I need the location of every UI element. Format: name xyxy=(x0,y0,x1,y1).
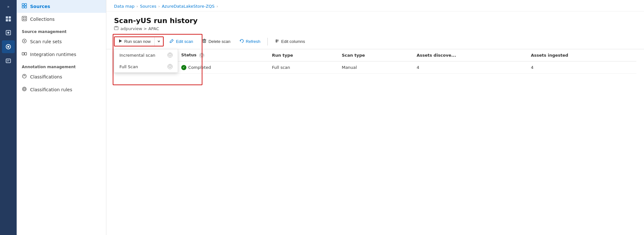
page-title: Scan-yUS run history xyxy=(114,17,636,25)
run-scan-now-label: Run scan now xyxy=(124,39,151,44)
collections-sidebar-icon xyxy=(22,16,27,22)
sidebar-item-collections[interactable]: Collections xyxy=(17,13,106,26)
toolbar-divider xyxy=(267,38,268,45)
annotation-management-section-title: Annotation management xyxy=(17,61,106,70)
svg-rect-31 xyxy=(203,40,206,43)
status-completed-icon: ✓ xyxy=(181,65,186,70)
svg-point-21 xyxy=(24,40,25,42)
sidebar-item-collections-label: Collections xyxy=(30,17,55,22)
scan-rule-sets-icon xyxy=(22,38,27,45)
svg-rect-5 xyxy=(7,32,9,34)
breadcrumb: Data map › Sources › AzureDataLakeStore-… xyxy=(106,0,644,12)
svg-point-25 xyxy=(22,74,26,78)
full-scan-info-icon[interactable]: ⓘ xyxy=(167,64,173,69)
main-content: Data map › Sources › AzureDataLakeStore-… xyxy=(106,0,644,235)
svg-rect-1 xyxy=(9,16,11,19)
sidebar-item-classifications[interactable]: Classifications xyxy=(17,70,106,83)
edit-scan-button[interactable]: Edit scan xyxy=(166,37,196,46)
row-assets-discovered-cell: 4 xyxy=(413,61,527,74)
col-assets-discovered: Assets discove... xyxy=(413,49,527,61)
edit-columns-icon xyxy=(275,39,279,44)
svg-point-7 xyxy=(7,46,9,48)
edit-columns-label: Edit columns xyxy=(281,39,305,44)
classification-rules-icon xyxy=(22,86,27,93)
sidebar-item-integration-runtimes[interactable]: Integration runtimes xyxy=(17,48,106,61)
col-scan-type: Scan type xyxy=(338,49,413,61)
breadcrumb-sep-2: › xyxy=(158,4,160,9)
svg-rect-8 xyxy=(6,59,11,63)
breadcrumb-data-map[interactable]: Data map xyxy=(114,4,135,9)
row-assets-ingested-cell: 4 xyxy=(527,61,636,74)
sources-nav-icon[interactable] xyxy=(2,26,15,39)
icon-rail: » xyxy=(0,0,17,235)
delete-scan-button[interactable]: Delete scan xyxy=(199,37,234,46)
svg-rect-11 xyxy=(22,4,24,5)
page-subtitle: adpurview > APAC xyxy=(114,26,636,31)
breadcrumb-sep-1: › xyxy=(136,4,138,9)
sidebar-item-classifications-label: Classifications xyxy=(30,74,62,79)
status-label: Completed xyxy=(188,65,211,70)
subtitle-icon xyxy=(114,26,118,31)
svg-rect-23 xyxy=(25,53,27,55)
page-subtitle-text: adpurview > APAC xyxy=(120,26,159,31)
full-scan-option[interactable]: Full Scan ⓘ xyxy=(114,61,178,72)
svg-rect-19 xyxy=(25,19,26,20)
row-status-cell: ✓ Completed xyxy=(177,61,268,74)
edit-columns-button[interactable]: Edit columns xyxy=(272,37,308,46)
sidebar-item-sources[interactable]: Sources xyxy=(17,0,106,13)
run-scan-now-button[interactable]: Run scan now xyxy=(115,37,154,46)
delete-scan-label: Delete scan xyxy=(208,39,231,44)
page-header: Scan-yUS run history adpurview > APAC xyxy=(106,12,644,34)
svg-rect-13 xyxy=(22,6,24,8)
scan-history-table: Status ⓘ Run type Scan type Assets disco… xyxy=(114,49,636,74)
sidebar-item-classification-rules[interactable]: Classification rules xyxy=(17,83,106,96)
svg-rect-3 xyxy=(9,19,11,21)
scan-nav-icon[interactable] xyxy=(2,40,15,53)
source-management-section-title: Source management xyxy=(17,26,106,35)
svg-point-26 xyxy=(22,87,26,91)
expand-rail-button[interactable]: » xyxy=(5,3,11,11)
svg-rect-18 xyxy=(23,19,24,20)
incremental-scan-info-icon[interactable]: ⓘ xyxy=(167,53,173,58)
sidebar-item-integration-runtimes-label: Integration runtimes xyxy=(30,52,76,57)
delete-icon xyxy=(202,39,207,44)
table-container: Status ⓘ Run type Scan type Assets disco… xyxy=(106,49,644,235)
incremental-scan-label: Incremental scan xyxy=(119,53,155,58)
svg-point-27 xyxy=(23,88,25,90)
sidebar-item-sources-label: Sources xyxy=(30,4,50,9)
breadcrumb-sep-3: › xyxy=(216,4,218,9)
edit-icon xyxy=(169,39,174,44)
svg-rect-17 xyxy=(25,17,26,18)
run-scan-now-dropdown-button[interactable] xyxy=(154,37,163,46)
svg-rect-0 xyxy=(6,16,8,19)
col-status: Status ⓘ xyxy=(177,49,268,61)
svg-rect-2 xyxy=(6,19,8,21)
refresh-label: Refresh xyxy=(246,39,261,44)
row-run-type-cell: Full scan xyxy=(268,61,338,74)
play-icon xyxy=(118,39,122,44)
full-scan-label: Full Scan xyxy=(119,64,138,69)
edit-scan-label: Edit scan xyxy=(176,39,193,44)
refresh-button[interactable]: Refresh xyxy=(236,37,264,46)
svg-marker-30 xyxy=(119,39,122,43)
sidebar-item-scan-rule-sets-label: Scan rule sets xyxy=(30,39,62,44)
svg-rect-14 xyxy=(25,6,27,8)
sidebar: Sources Collections Source management Sc… xyxy=(17,0,106,235)
integration-runtimes-icon xyxy=(22,51,27,58)
map-nav-icon[interactable] xyxy=(2,12,15,25)
svg-rect-12 xyxy=(25,4,27,5)
sidebar-item-scan-rule-sets[interactable]: Scan rule sets xyxy=(17,35,106,48)
col-run-type: Run type xyxy=(268,49,338,61)
incremental-scan-option[interactable]: Incremental scan ⓘ xyxy=(114,49,178,61)
breadcrumb-azure-data-lake[interactable]: AzureDataLakeStore-ZQS xyxy=(162,4,215,9)
status-col-info-icon[interactable]: ⓘ xyxy=(199,53,204,58)
svg-rect-22 xyxy=(22,53,24,55)
toolbar: Run scan now Incremental scan ⓘ Full Sca… xyxy=(106,34,644,49)
row-scan-type-cell: Manual xyxy=(338,61,413,74)
sidebar-item-classification-rules-label: Classification rules xyxy=(30,87,72,92)
breadcrumb-sources[interactable]: Sources xyxy=(140,4,156,9)
annotations-nav-icon[interactable] xyxy=(2,54,15,67)
col-assets-ingested: Assets ingested xyxy=(527,49,636,61)
chevron-down-icon xyxy=(157,39,160,44)
status-badge: ✓ Completed xyxy=(181,65,211,70)
